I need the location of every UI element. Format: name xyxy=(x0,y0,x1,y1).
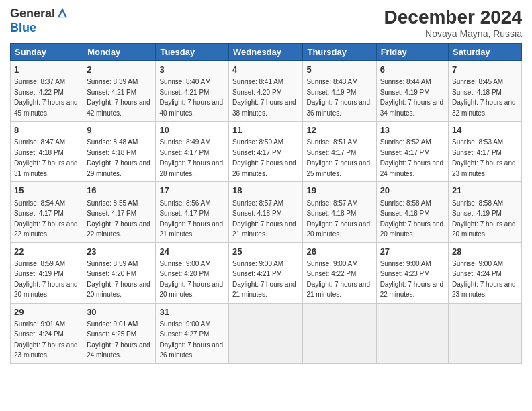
day-number: 31 xyxy=(159,306,225,318)
day-info: Sunrise: 9:01 AMSunset: 4:25 PMDaylight:… xyxy=(87,320,150,359)
day-number: 6 xyxy=(380,64,445,76)
day-info: Sunrise: 8:58 AMSunset: 4:19 PMDaylight:… xyxy=(452,199,516,238)
col-monday: Monday xyxy=(83,44,156,61)
calendar-cell xyxy=(303,303,376,363)
day-info: Sunrise: 9:00 AMSunset: 4:24 PMDaylight:… xyxy=(452,260,516,299)
day-info: Sunrise: 8:50 AMSunset: 4:17 PMDaylight:… xyxy=(232,138,296,177)
calendar-cell: 29 Sunrise: 9:01 AMSunset: 4:24 PMDaylig… xyxy=(11,303,83,363)
day-number: 14 xyxy=(452,124,518,136)
day-number: 18 xyxy=(232,185,299,197)
calendar-cell: 27 Sunrise: 9:00 AMSunset: 4:23 PMDaylig… xyxy=(376,242,448,303)
day-info: Sunrise: 9:00 AMSunset: 4:21 PMDaylight:… xyxy=(232,260,296,299)
day-info: Sunrise: 8:58 AMSunset: 4:18 PMDaylight:… xyxy=(380,199,444,238)
day-number: 1 xyxy=(14,64,79,76)
day-number: 8 xyxy=(14,124,79,136)
day-info: Sunrise: 8:37 AMSunset: 4:22 PMDaylight:… xyxy=(14,78,78,117)
day-number: 19 xyxy=(306,185,372,197)
logo-icon xyxy=(56,7,69,19)
day-info: Sunrise: 8:44 AMSunset: 4:19 PMDaylight:… xyxy=(380,78,444,117)
calendar-cell: 23 Sunrise: 8:59 AMSunset: 4:20 PMDaylig… xyxy=(83,242,156,303)
col-saturday: Saturday xyxy=(449,44,522,61)
day-info: Sunrise: 8:57 AMSunset: 4:18 PMDaylight:… xyxy=(306,199,370,238)
calendar-cell: 26 Sunrise: 9:00 AMSunset: 4:22 PMDaylig… xyxy=(303,242,376,303)
col-tuesday: Tuesday xyxy=(156,44,229,61)
day-number: 16 xyxy=(87,185,152,197)
calendar-week-row: 29 Sunrise: 9:01 AMSunset: 4:24 PMDaylig… xyxy=(11,303,522,363)
calendar-cell xyxy=(376,303,448,363)
day-number: 13 xyxy=(380,124,445,136)
day-info: Sunrise: 8:45 AMSunset: 4:18 PMDaylight:… xyxy=(452,78,516,117)
calendar-cell: 12 Sunrise: 8:51 AMSunset: 4:17 PMDaylig… xyxy=(303,122,376,182)
day-number: 27 xyxy=(380,246,445,258)
day-info: Sunrise: 8:48 AMSunset: 4:18 PMDaylight:… xyxy=(87,138,150,177)
calendar-cell: 7 Sunrise: 8:45 AMSunset: 4:18 PMDayligh… xyxy=(449,61,522,122)
day-info: Sunrise: 8:43 AMSunset: 4:19 PMDaylight:… xyxy=(306,78,370,117)
day-number: 9 xyxy=(87,124,152,136)
day-number: 17 xyxy=(159,185,225,197)
calendar-cell: 19 Sunrise: 8:57 AMSunset: 4:18 PMDaylig… xyxy=(303,182,376,242)
calendar-week-row: 15 Sunrise: 8:54 AMSunset: 4:17 PMDaylig… xyxy=(11,182,522,242)
day-info: Sunrise: 8:56 AMSunset: 4:17 PMDaylight:… xyxy=(159,199,223,238)
calendar-week-row: 8 Sunrise: 8:47 AMSunset: 4:18 PMDayligh… xyxy=(11,122,522,182)
day-number: 10 xyxy=(159,124,225,136)
day-number: 30 xyxy=(87,306,152,318)
col-sunday: Sunday xyxy=(11,44,83,61)
day-info: Sunrise: 8:59 AMSunset: 4:20 PMDaylight:… xyxy=(87,260,150,299)
day-info: Sunrise: 9:01 AMSunset: 4:24 PMDaylight:… xyxy=(14,320,78,359)
day-number: 24 xyxy=(159,246,225,258)
day-info: Sunrise: 9:00 AMSunset: 4:23 PMDaylight:… xyxy=(380,260,444,299)
calendar-cell: 3 Sunrise: 8:40 AMSunset: 4:21 PMDayligh… xyxy=(156,61,229,122)
col-wednesday: Wednesday xyxy=(229,44,303,61)
calendar-header-row: Sunday Monday Tuesday Wednesday Thursday… xyxy=(11,44,522,61)
day-info: Sunrise: 8:54 AMSunset: 4:17 PMDaylight:… xyxy=(14,199,78,238)
calendar-cell: 6 Sunrise: 8:44 AMSunset: 4:19 PMDayligh… xyxy=(376,61,448,122)
calendar-week-row: 1 Sunrise: 8:37 AMSunset: 4:22 PMDayligh… xyxy=(11,61,522,122)
day-info: Sunrise: 8:40 AMSunset: 4:21 PMDaylight:… xyxy=(159,78,223,117)
calendar-cell: 4 Sunrise: 8:41 AMSunset: 4:20 PMDayligh… xyxy=(229,61,303,122)
day-number: 26 xyxy=(306,246,372,258)
day-number: 4 xyxy=(232,64,299,76)
calendar-cell xyxy=(229,303,303,363)
day-info: Sunrise: 8:41 AMSunset: 4:20 PMDaylight:… xyxy=(232,78,296,117)
day-info: Sunrise: 8:55 AMSunset: 4:17 PMDaylight:… xyxy=(87,199,150,238)
calendar-cell: 15 Sunrise: 8:54 AMSunset: 4:17 PMDaylig… xyxy=(11,182,83,242)
col-friday: Friday xyxy=(376,44,448,61)
calendar-cell: 17 Sunrise: 8:56 AMSunset: 4:17 PMDaylig… xyxy=(156,182,229,242)
calendar-cell: 22 Sunrise: 8:59 AMSunset: 4:19 PMDaylig… xyxy=(11,242,83,303)
day-info: Sunrise: 8:49 AMSunset: 4:17 PMDaylight:… xyxy=(159,138,223,177)
calendar-cell: 21 Sunrise: 8:58 AMSunset: 4:19 PMDaylig… xyxy=(449,182,522,242)
day-number: 11 xyxy=(232,124,299,136)
day-number: 22 xyxy=(14,246,79,258)
day-info: Sunrise: 8:39 AMSunset: 4:21 PMDaylight:… xyxy=(87,78,150,117)
calendar-cell: 1 Sunrise: 8:37 AMSunset: 4:22 PMDayligh… xyxy=(11,61,83,122)
calendar-table: Sunday Monday Tuesday Wednesday Thursday… xyxy=(10,43,522,364)
day-info: Sunrise: 8:57 AMSunset: 4:18 PMDaylight:… xyxy=(232,199,296,238)
day-number: 7 xyxy=(452,64,518,76)
month-title: December 2024 xyxy=(384,7,522,28)
day-info: Sunrise: 9:00 AMSunset: 4:22 PMDaylight:… xyxy=(306,260,370,299)
calendar-cell xyxy=(449,303,522,363)
title-block: December 2024 Novaya Mayna, Russia xyxy=(384,7,522,39)
day-number: 20 xyxy=(380,185,445,197)
day-number: 3 xyxy=(159,64,225,76)
day-info: Sunrise: 9:00 AMSunset: 4:20 PMDaylight:… xyxy=(159,260,223,299)
calendar-cell: 16 Sunrise: 8:55 AMSunset: 4:17 PMDaylig… xyxy=(83,182,156,242)
location: Novaya Mayna, Russia xyxy=(384,28,522,39)
calendar-cell: 24 Sunrise: 9:00 AMSunset: 4:20 PMDaylig… xyxy=(156,242,229,303)
calendar-cell: 14 Sunrise: 8:53 AMSunset: 4:17 PMDaylig… xyxy=(449,122,522,182)
day-number: 28 xyxy=(452,246,518,258)
day-number: 5 xyxy=(306,64,372,76)
calendar-week-row: 22 Sunrise: 8:59 AMSunset: 4:19 PMDaylig… xyxy=(11,242,522,303)
calendar-cell: 18 Sunrise: 8:57 AMSunset: 4:18 PMDaylig… xyxy=(229,182,303,242)
header: General Blue December 2024 Novaya Mayna,… xyxy=(10,7,522,39)
day-info: Sunrise: 8:52 AMSunset: 4:17 PMDaylight:… xyxy=(380,138,444,177)
page-container: General Blue December 2024 Novaya Mayna,… xyxy=(0,0,532,371)
day-info: Sunrise: 8:51 AMSunset: 4:17 PMDaylight:… xyxy=(306,138,370,177)
day-number: 21 xyxy=(452,185,518,197)
day-number: 25 xyxy=(232,246,299,258)
day-number: 12 xyxy=(306,124,372,136)
logo-general-text: General xyxy=(10,7,55,21)
calendar-cell: 9 Sunrise: 8:48 AMSunset: 4:18 PMDayligh… xyxy=(83,122,156,182)
day-number: 2 xyxy=(87,64,152,76)
calendar-cell: 10 Sunrise: 8:49 AMSunset: 4:17 PMDaylig… xyxy=(156,122,229,182)
